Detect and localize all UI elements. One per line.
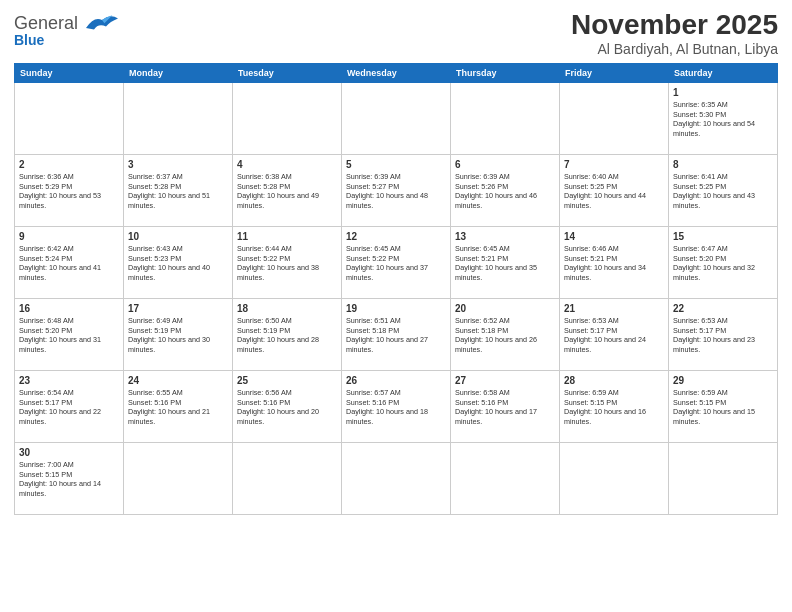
cell-content: Sunrise: 6:45 AMSunset: 5:21 PMDaylight:…: [455, 244, 555, 283]
day-number: 23: [19, 374, 119, 387]
table-row: 17Sunrise: 6:49 AMSunset: 5:19 PMDayligh…: [124, 298, 233, 370]
day-number: 11: [237, 230, 337, 243]
table-row: 14Sunrise: 6:46 AMSunset: 5:21 PMDayligh…: [560, 226, 669, 298]
day-number: 19: [346, 302, 446, 315]
cell-content: Sunrise: 6:53 AMSunset: 5:17 PMDaylight:…: [673, 316, 773, 355]
cell-content: Sunrise: 6:55 AMSunset: 5:16 PMDaylight:…: [128, 388, 228, 427]
table-row: 30Sunrise: 7:00 AMSunset: 5:15 PMDayligh…: [15, 442, 124, 514]
title-block: November 2025 Al Bardiyah, Al Butnan, Li…: [571, 10, 778, 57]
col-friday: Friday: [560, 63, 669, 82]
calendar-week-4: 23Sunrise: 6:54 AMSunset: 5:17 PMDayligh…: [15, 370, 778, 442]
cell-content: Sunrise: 6:40 AMSunset: 5:25 PMDaylight:…: [564, 172, 664, 211]
day-number: 22: [673, 302, 773, 315]
day-number: 7: [564, 158, 664, 171]
day-number: 8: [673, 158, 773, 171]
location-title: Al Bardiyah, Al Butnan, Libya: [571, 41, 778, 57]
cell-content: Sunrise: 6:51 AMSunset: 5:18 PMDaylight:…: [346, 316, 446, 355]
day-number: 4: [237, 158, 337, 171]
day-number: 5: [346, 158, 446, 171]
day-number: 1: [673, 86, 773, 99]
cell-content: Sunrise: 6:41 AMSunset: 5:25 PMDaylight:…: [673, 172, 773, 211]
cell-content: Sunrise: 6:44 AMSunset: 5:22 PMDaylight:…: [237, 244, 337, 283]
cell-content: Sunrise: 6:48 AMSunset: 5:20 PMDaylight:…: [19, 316, 119, 355]
table-row: [342, 82, 451, 154]
table-row: [342, 442, 451, 514]
day-number: 9: [19, 230, 119, 243]
table-row: 25Sunrise: 6:56 AMSunset: 5:16 PMDayligh…: [233, 370, 342, 442]
table-row: 4Sunrise: 6:38 AMSunset: 5:28 PMDaylight…: [233, 154, 342, 226]
table-row: 21Sunrise: 6:53 AMSunset: 5:17 PMDayligh…: [560, 298, 669, 370]
page: General Blue November 2025 Al Bardiyah, …: [0, 0, 792, 612]
calendar-header-row: Sunday Monday Tuesday Wednesday Thursday…: [15, 63, 778, 82]
cell-content: Sunrise: 6:59 AMSunset: 5:15 PMDaylight:…: [564, 388, 664, 427]
table-row: 2Sunrise: 6:36 AMSunset: 5:29 PMDaylight…: [15, 154, 124, 226]
cell-content: Sunrise: 6:37 AMSunset: 5:28 PMDaylight:…: [128, 172, 228, 211]
cell-content: Sunrise: 7:00 AMSunset: 5:15 PMDaylight:…: [19, 460, 119, 499]
table-row: 28Sunrise: 6:59 AMSunset: 5:15 PMDayligh…: [560, 370, 669, 442]
day-number: 2: [19, 158, 119, 171]
header: General Blue November 2025 Al Bardiyah, …: [14, 10, 778, 57]
day-number: 14: [564, 230, 664, 243]
table-row: 15Sunrise: 6:47 AMSunset: 5:20 PMDayligh…: [669, 226, 778, 298]
table-row: 20Sunrise: 6:52 AMSunset: 5:18 PMDayligh…: [451, 298, 560, 370]
col-thursday: Thursday: [451, 63, 560, 82]
day-number: 15: [673, 230, 773, 243]
cell-content: Sunrise: 6:56 AMSunset: 5:16 PMDaylight:…: [237, 388, 337, 427]
day-number: 18: [237, 302, 337, 315]
day-number: 21: [564, 302, 664, 315]
calendar-week-0: 1Sunrise: 6:35 AMSunset: 5:30 PMDaylight…: [15, 82, 778, 154]
table-row: 23Sunrise: 6:54 AMSunset: 5:17 PMDayligh…: [15, 370, 124, 442]
logo: General Blue: [14, 10, 122, 48]
day-number: 16: [19, 302, 119, 315]
cell-content: Sunrise: 6:49 AMSunset: 5:19 PMDaylight:…: [128, 316, 228, 355]
cell-content: Sunrise: 6:35 AMSunset: 5:30 PMDaylight:…: [673, 100, 773, 139]
table-row: [124, 82, 233, 154]
table-row: [233, 442, 342, 514]
day-number: 13: [455, 230, 555, 243]
logo-text: Blue: [14, 32, 44, 48]
cell-content: Sunrise: 6:46 AMSunset: 5:21 PMDaylight:…: [564, 244, 664, 283]
day-number: 10: [128, 230, 228, 243]
cell-content: Sunrise: 6:43 AMSunset: 5:23 PMDaylight:…: [128, 244, 228, 283]
col-wednesday: Wednesday: [342, 63, 451, 82]
table-row: [15, 82, 124, 154]
cell-content: Sunrise: 6:45 AMSunset: 5:22 PMDaylight:…: [346, 244, 446, 283]
cell-content: Sunrise: 6:39 AMSunset: 5:27 PMDaylight:…: [346, 172, 446, 211]
day-number: 6: [455, 158, 555, 171]
day-number: 20: [455, 302, 555, 315]
day-number: 29: [673, 374, 773, 387]
table-row: [233, 82, 342, 154]
cell-content: Sunrise: 6:54 AMSunset: 5:17 PMDaylight:…: [19, 388, 119, 427]
col-monday: Monday: [124, 63, 233, 82]
col-saturday: Saturday: [669, 63, 778, 82]
cell-content: Sunrise: 6:42 AMSunset: 5:24 PMDaylight:…: [19, 244, 119, 283]
day-number: 24: [128, 374, 228, 387]
col-tuesday: Tuesday: [233, 63, 342, 82]
table-row: 22Sunrise: 6:53 AMSunset: 5:17 PMDayligh…: [669, 298, 778, 370]
table-row: [560, 82, 669, 154]
cell-content: Sunrise: 6:57 AMSunset: 5:16 PMDaylight:…: [346, 388, 446, 427]
day-number: 26: [346, 374, 446, 387]
table-row: 1Sunrise: 6:35 AMSunset: 5:30 PMDaylight…: [669, 82, 778, 154]
table-row: 10Sunrise: 6:43 AMSunset: 5:23 PMDayligh…: [124, 226, 233, 298]
cell-content: Sunrise: 6:38 AMSunset: 5:28 PMDaylight:…: [237, 172, 337, 211]
day-number: 12: [346, 230, 446, 243]
day-number: 28: [564, 374, 664, 387]
table-row: 9Sunrise: 6:42 AMSunset: 5:24 PMDaylight…: [15, 226, 124, 298]
day-number: 25: [237, 374, 337, 387]
table-row: [451, 82, 560, 154]
table-row: 7Sunrise: 6:40 AMSunset: 5:25 PMDaylight…: [560, 154, 669, 226]
day-number: 17: [128, 302, 228, 315]
col-sunday: Sunday: [15, 63, 124, 82]
calendar-week-3: 16Sunrise: 6:48 AMSunset: 5:20 PMDayligh…: [15, 298, 778, 370]
day-number: 30: [19, 446, 119, 459]
cell-content: Sunrise: 6:53 AMSunset: 5:17 PMDaylight:…: [564, 316, 664, 355]
table-row: 16Sunrise: 6:48 AMSunset: 5:20 PMDayligh…: [15, 298, 124, 370]
table-row: 29Sunrise: 6:59 AMSunset: 5:15 PMDayligh…: [669, 370, 778, 442]
table-row: 6Sunrise: 6:39 AMSunset: 5:26 PMDaylight…: [451, 154, 560, 226]
logo-icon: [82, 12, 122, 36]
table-row: 19Sunrise: 6:51 AMSunset: 5:18 PMDayligh…: [342, 298, 451, 370]
table-row: 11Sunrise: 6:44 AMSunset: 5:22 PMDayligh…: [233, 226, 342, 298]
table-row: 24Sunrise: 6:55 AMSunset: 5:16 PMDayligh…: [124, 370, 233, 442]
table-row: 12Sunrise: 6:45 AMSunset: 5:22 PMDayligh…: [342, 226, 451, 298]
